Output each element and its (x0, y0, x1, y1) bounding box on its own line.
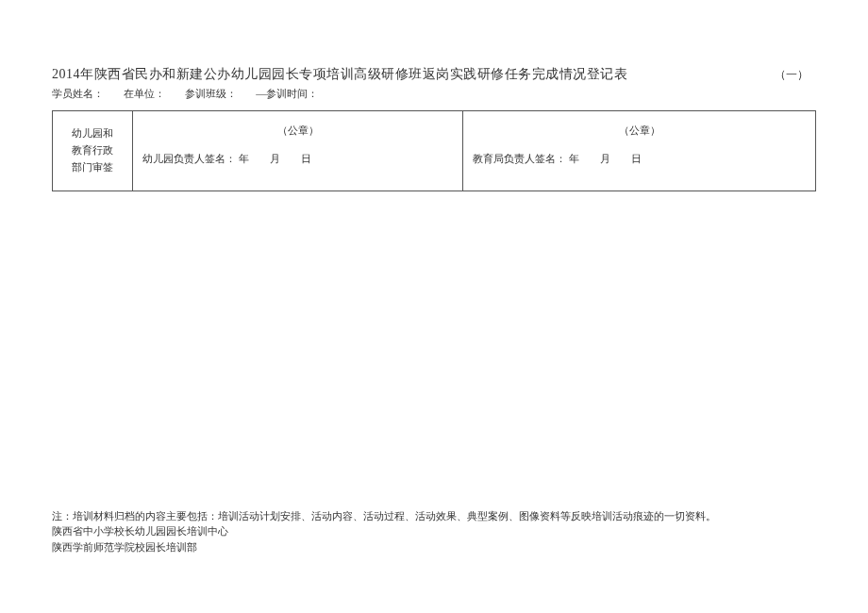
meta-class-label: 参训班级： (185, 88, 237, 99)
meta-unit-label: 在单位： (124, 88, 165, 99)
edu-bureau-sig-date: 年 月 日 (569, 154, 642, 164)
footer-note: 注：培训材料归档的内容主要包括：培训活动计划安排、活动内容、活动过程、活动效果、… (52, 509, 816, 525)
edu-bureau-sign-cell: （公章） 教育局负责人签名： 年 月 日 (463, 111, 816, 191)
footer-notes: 注：培训材料归档的内容主要包括：培训活动计划安排、活动内容、活动过程、活动效果、… (52, 509, 816, 556)
title-row: 2014年陕西省民办和新建公办幼儿园园长专项培训高级研修班返岗实践研修任务完成情… (52, 66, 816, 83)
footer-org1: 陕西省中小学校长幼儿园园长培训中心 (52, 524, 816, 540)
seal-text-right: （公章） (473, 124, 806, 138)
kindergarten-sig-line: 幼儿园负责人签名： 年 月 日 (142, 151, 453, 169)
meta-row: 学员姓名： 在单位： 参训班级： —参训时间： (52, 87, 816, 101)
kindergarten-sig-date: 年 月 日 (239, 154, 311, 164)
row-header-line1: 幼儿园和 (57, 125, 128, 142)
approval-table: 幼儿园和 教育行政 部门审签 （公章） 幼儿园负责人签名： 年 月 日 （公章）… (52, 110, 816, 191)
row-header-line3: 部门审签 (57, 159, 128, 176)
edu-bureau-sig-prefix: 教育局负责人签名： (473, 154, 566, 164)
row-header-line2: 教育行政 (57, 142, 128, 159)
meta-time-label: —参训时间： (256, 88, 318, 99)
row-header-cell: 幼儿园和 教育行政 部门审签 (53, 111, 133, 191)
main-title: 2014年陕西省民办和新建公办幼儿园园长专项培训高级研修班返岗实践研修任务完成情… (52, 66, 627, 83)
seal-text-left: （公章） (142, 124, 453, 138)
page-number: （一） (775, 67, 816, 83)
table-row: 幼儿园和 教育行政 部门审签 （公章） 幼儿园负责人签名： 年 月 日 （公章）… (53, 111, 816, 191)
footer-org2: 陕西学前师范学院校园长培训部 (52, 540, 816, 556)
kindergarten-sig-prefix: 幼儿园负责人签名： (142, 154, 236, 164)
kindergarten-sign-cell: （公章） 幼儿园负责人签名： 年 月 日 (133, 111, 463, 191)
edu-bureau-sig-line: 教育局负责人签名： 年 月 日 (473, 151, 806, 169)
meta-name-label: 学员姓名： (52, 88, 104, 99)
